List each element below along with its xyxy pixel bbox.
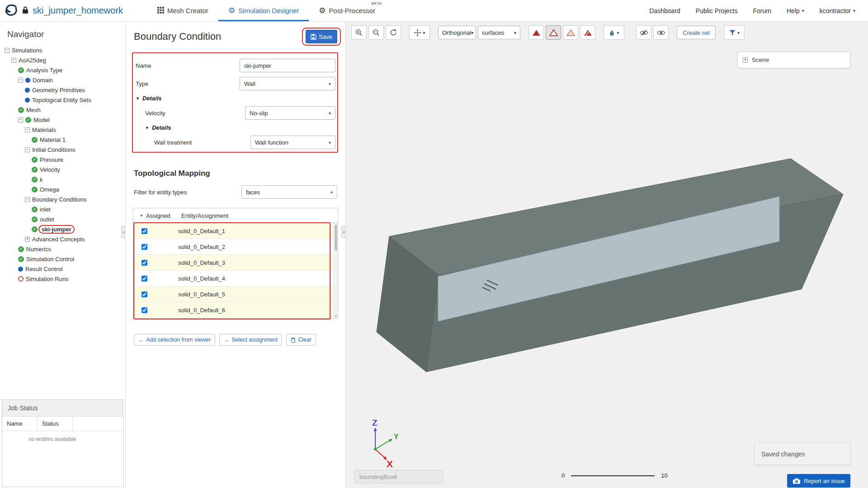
collapse-node-icon[interactable]: − (25, 127, 30, 132)
type-label: Type (136, 80, 148, 87)
tree-item-initial-conditions[interactable]: −Initial Conditions (0, 145, 125, 155)
tree-item-model[interactable]: −✓Model (0, 115, 125, 125)
collapse-node-icon[interactable]: − (11, 58, 16, 63)
row-checkbox[interactable] (142, 291, 147, 297)
show-all-button[interactable] (653, 25, 669, 40)
render-mode-dropdown[interactable]: ▾ (604, 25, 624, 40)
table-row[interactable]: solid_0_Default_3 (133, 255, 338, 271)
view-filter-dropdown[interactable]: ▾ (724, 25, 745, 40)
tree-item-domain[interactable]: −Domain (0, 75, 125, 85)
tree-item-aoa25deg[interactable]: −AoA25deg (0, 55, 125, 65)
velocity-label: Velocity (145, 110, 165, 117)
select-assignment-label: Select assignment (231, 337, 278, 343)
scroll-down-icon[interactable]: ▾ (334, 314, 338, 318)
navigator-panel: Navigator −Simulations−AoA25deg✓Analysis… (0, 22, 126, 488)
selection-filter-select[interactable]: surfaces ▾ (478, 26, 520, 39)
select-faces-button[interactable] (546, 25, 561, 40)
hide-selection-button[interactable] (636, 25, 651, 40)
tree-item-numerics[interactable]: ✓Numerics (0, 244, 125, 254)
zoom-in-button[interactable] (351, 25, 367, 40)
select-vertices-button[interactable] (580, 25, 595, 40)
tree-item-omega[interactable]: ✓Omega (0, 184, 125, 194)
clear-button[interactable]: Clear (286, 334, 316, 346)
nav-dashboard[interactable]: Dashboard (649, 7, 680, 14)
select-volumes-button[interactable] (528, 25, 544, 40)
tree-item-analysis-type[interactable]: ✓Analysis Type (0, 65, 125, 75)
row-checkbox[interactable] (142, 307, 147, 313)
tree-item-ski-jumper[interactable]: ✓ski-jumper (0, 224, 125, 234)
expand-icon[interactable]: + (743, 57, 748, 62)
user-menu[interactable]: kcontractor ▾ (820, 7, 855, 14)
viewer-3d[interactable]: ▾ Orthogonal ▾ surfaces ▾ (346, 22, 868, 488)
reset-view-button[interactable] (386, 25, 401, 40)
geometry-viewport[interactable] (346, 22, 868, 488)
tab-post-processor[interactable]: BETA ⚙ Post-Processor (309, 0, 385, 21)
expand-node-icon[interactable]: + (25, 237, 30, 242)
table-row[interactable]: solid_0_Default_2 (133, 239, 338, 255)
create-set-button[interactable]: Create set (677, 26, 716, 39)
tab-mesh-creator[interactable]: Mesh Creator (147, 0, 218, 21)
name-input[interactable] (240, 59, 335, 72)
table-row[interactable]: solid_0_Default_4 (133, 271, 338, 286)
details-section-toggle[interactable]: ▼ Details (136, 95, 335, 102)
tree-item-topological-entity-sets[interactable]: Topological Entity Sets (0, 95, 125, 105)
tree-item-material-1[interactable]: ✓Material 1 (0, 135, 125, 145)
collapse-node-icon[interactable]: − (5, 48, 9, 53)
nav-public-projects[interactable]: Public Projects (696, 7, 738, 14)
table-row[interactable]: solid_0_Default_6 (133, 302, 338, 318)
status-info-icon (25, 88, 30, 93)
table-row[interactable]: solid_0_Default_5 (133, 286, 338, 302)
row-checkbox[interactable] (142, 276, 147, 282)
column-filter-icon[interactable]: ▼ (140, 214, 143, 218)
scrollbar-thumb[interactable] (335, 225, 337, 251)
nav-forum[interactable]: Forum (753, 7, 771, 14)
tree-item-inlet[interactable]: ✓inlet (0, 204, 125, 214)
tree-item-k[interactable]: ✓k (0, 174, 125, 184)
simscale-logo[interactable] (5, 3, 18, 19)
zoom-out-button[interactable] (368, 25, 384, 40)
row-checkbox[interactable] (142, 260, 147, 266)
tree-item-pressure[interactable]: ✓Pressure (0, 155, 125, 164)
tree-item-simulation-control[interactable]: ✓Simulation Control (0, 254, 125, 264)
save-button[interactable]: Save (306, 30, 337, 43)
navigator-collapse-handle[interactable]: ◂ (121, 226, 125, 238)
projection-select[interactable]: Orthogonal ▾ (438, 26, 476, 39)
tree-item-mesh[interactable]: ✓Mesh (0, 105, 125, 115)
entity-type-filter-select[interactable]: faces ▾ (241, 185, 337, 199)
tree-item-boundary-conditions[interactable]: −Boundary Conditions (0, 194, 125, 204)
tree-item-advanced-concepts[interactable]: +Advanced Concepts (0, 234, 125, 244)
tree-item-simulation-runs[interactable]: Simulation Runs (0, 274, 125, 284)
select-edges-button[interactable] (563, 25, 578, 40)
tab-simulation-designer[interactable]: ⚙ Simulation Designer (218, 0, 309, 21)
collapse-node-icon[interactable]: − (25, 197, 30, 202)
bounding-box-field[interactable]: boundingBox6 (354, 470, 443, 483)
collapse-node-icon[interactable]: − (18, 78, 23, 83)
wall-treatment-select[interactable]: Wall function ▾ (250, 136, 335, 149)
tree-item-velocity[interactable]: ✓Velocity (0, 164, 125, 174)
orientation-axes[interactable]: Z Y X (359, 417, 418, 475)
add-selection-from-viewer-button[interactable]: ← Add selection from viewer (134, 334, 215, 346)
table-row[interactable]: solid_0_Default_1 (133, 223, 338, 239)
pan-mode-dropdown[interactable]: ▾ (409, 25, 430, 40)
tree-item-geometry-primitives[interactable]: Geometry Primitives (0, 85, 125, 95)
tree-item-outlet[interactable]: ✓outlet (0, 214, 125, 224)
panel-collapse-handle[interactable]: ◂ (341, 226, 345, 238)
row-checkbox[interactable] (142, 244, 147, 250)
report-issue-button[interactable]: Report an issue (787, 474, 850, 488)
tree-item-materials[interactable]: −Materials (0, 125, 125, 135)
tree-item-result-control[interactable]: Result Control (0, 264, 125, 274)
collapse-node-icon[interactable]: − (18, 117, 23, 122)
details2-section-toggle[interactable]: ▼ Details (145, 124, 335, 131)
tree-item-label: inlet (40, 206, 51, 213)
row-checkbox[interactable] (142, 228, 147, 234)
velocity-select[interactable]: No-slip ▾ (245, 106, 335, 120)
collapse-node-icon[interactable]: − (25, 147, 30, 152)
table-scrollbar[interactable]: ▾ (334, 224, 338, 318)
select-assignment-button[interactable]: → Select assignment (219, 334, 282, 346)
tree-item-simulations[interactable]: −Simulations (0, 45, 125, 55)
type-select[interactable]: Wall ▾ (240, 77, 335, 90)
arrow-right-icon: → (224, 337, 229, 343)
entity-filter-label: Filter for entity types (134, 189, 187, 196)
scene-tree-panel[interactable]: + Scene (737, 52, 850, 68)
help-menu[interactable]: Help ▾ (787, 7, 804, 14)
